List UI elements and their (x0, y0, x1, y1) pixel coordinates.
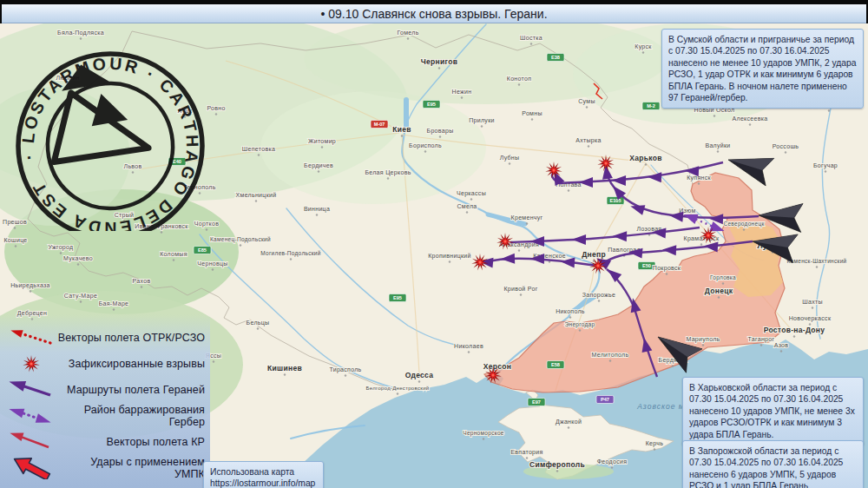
svg-text:Борисполь: Борисполь (409, 142, 442, 149)
umpk-strike-icon (7, 457, 57, 479)
road-badge: Е58 (547, 361, 564, 369)
road-badge: Е85 (194, 247, 211, 254)
svg-text:Донецк: Донецк (705, 287, 733, 295)
svg-text:Таганрог: Таганрог (748, 336, 775, 343)
svg-text:Нежин: Нежин (452, 89, 472, 95)
svg-text:Кременчуг: Кременчуг (511, 214, 543, 221)
svg-text:Мелитополь: Мелитополь (592, 352, 629, 358)
svg-text:Е95: Е95 (427, 102, 436, 107)
legend-item-label: Векторы полета ОТРК/РСЗО (57, 332, 205, 344)
svg-text:Сумы: Сумы (578, 98, 595, 105)
svg-text:Ромны: Ромны (522, 110, 542, 116)
road-badge: Е95 (389, 294, 406, 302)
svg-text:Рахов: Рахов (133, 278, 151, 284)
svg-text:Горловка: Горловка (710, 274, 736, 281)
legend-item-label: Удары с применением УМПК (57, 456, 205, 480)
svg-text:Каменец-Подольский: Каменец-Подольский (210, 236, 271, 243)
svg-text:Бровары: Бровары (427, 128, 454, 135)
svg-text:Е97: Е97 (532, 399, 541, 405)
svg-text:Шостка: Шостка (520, 35, 542, 41)
svg-text:Черновцы: Черновцы (197, 260, 227, 267)
legend-item: Векторы полета ОТРК/РСЗО (0, 325, 210, 351)
svg-text:Керчь: Керчь (646, 440, 664, 447)
attribution-label: Использована карта (210, 467, 294, 477)
svg-text:М-07: М-07 (374, 122, 385, 127)
svg-text:Киев: Киев (392, 125, 411, 134)
svg-text:Черкассы: Черкассы (457, 190, 486, 197)
legend-item: Район барражирования Гербер (0, 403, 210, 429)
svg-text:Сату-Маре: Сату-Маре (64, 293, 97, 300)
svg-text:Евпатория: Евпатория (510, 449, 542, 456)
svg-text:Кишинев: Кишинев (267, 364, 302, 373)
svg-text:М-2: М-2 (647, 103, 655, 109)
svg-text:Курск: Курск (635, 43, 652, 50)
road-badge: Е95 (423, 101, 440, 109)
screenshot-frame: • 09.10 Славянск снова взрывы. Герани. (0, 0, 868, 488)
svg-text:Шахты: Шахты (802, 299, 822, 305)
legend-item-label: Район барражирования Гербер (57, 404, 205, 428)
svg-text:Бердичев: Бердичев (304, 162, 333, 169)
kr-vector-icon (7, 431, 57, 453)
gerber-area-icon (7, 405, 57, 427)
svg-text:Новочеркасск: Новочеркасск (789, 315, 832, 322)
svg-text:Харьков: Харьков (629, 154, 661, 162)
svg-text:Ахтырка: Ахтырка (575, 137, 601, 144)
svg-text:Алексеевка: Алексеевка (733, 115, 768, 122)
svg-text:Бельцы: Бельцы (247, 320, 270, 326)
road-badge: М-2 (642, 102, 660, 110)
svg-text:Коломыя: Коломыя (160, 251, 187, 257)
svg-text:Азов: Азов (774, 342, 789, 348)
svg-text:Джанкой: Джанкой (556, 419, 582, 425)
svg-text:Е85: Е85 (198, 247, 207, 253)
svg-text:Днепр: Днепр (582, 250, 606, 259)
legend-item: Маршруты полета Гераней (0, 377, 210, 403)
svg-text:Купянск: Купянск (687, 175, 711, 181)
svg-text:Е50: Е50 (642, 263, 651, 268)
legend-item-label: Зафиксированные взрывы (57, 358, 205, 370)
svg-text:Лубны: Лубны (500, 155, 520, 162)
legend-item-label: Векторы полета КР (57, 436, 205, 448)
svg-text:Белгород-Днестровский: Белгород-Днестровский (366, 386, 430, 391)
svg-text:Северодонецк: Северодонецк (723, 221, 764, 228)
svg-text:Шепетовка: Шепетовка (242, 146, 275, 152)
svg-text:Кривой Рог: Кривой Рог (503, 286, 537, 293)
explosion-icon (7, 353, 57, 375)
attribution-url[interactable]: https://lostarmour.info/map (210, 478, 317, 488)
svg-text:Хмельницкий: Хмельницкий (236, 192, 277, 199)
slide-header: • 09.10 Славянск снова взрывы. Герани. (0, 0, 868, 23)
svg-text:Россошь: Россошь (773, 143, 799, 149)
svg-text:Запорожье: Запорожье (582, 292, 615, 299)
svg-text:Валуйки: Валуйки (705, 142, 730, 149)
legend-item-label: Маршруты полета Гераней (57, 384, 205, 396)
road-badge: М-07 (371, 121, 388, 129)
road-badge: Е105 (607, 197, 624, 205)
svg-text:Бая-Маре: Бая-Маре (99, 300, 129, 307)
svg-text:Энергодар: Энергодар (565, 321, 595, 328)
svg-text:Житомир: Житомир (308, 138, 336, 145)
svg-text:Винница: Винница (304, 206, 330, 213)
svg-text:Е105: Е105 (609, 198, 621, 203)
legend-item: Удары с применением УМПК (0, 455, 210, 481)
header-title: • 09.10 Славянск снова взрывы. Герани. (320, 7, 547, 21)
svg-text:Мариуполь: Мариуполь (686, 336, 720, 343)
infobox-zaporizhzhia: В Запорожской области за период с 07.30 … (682, 440, 864, 488)
legend-item: Зафиксированные взрывы (0, 351, 210, 377)
svg-text:Гомель: Гомель (397, 30, 418, 36)
svg-text:Ньиредьхаза: Ньиредьхаза (10, 282, 50, 289)
infobox-sumy: В Сумской области и приграничье за перио… (661, 29, 864, 109)
svg-text:Богучар: Богучар (813, 162, 838, 169)
svg-text:Е38: Е38 (551, 55, 560, 60)
svg-text:Прилуки: Прилуки (469, 117, 495, 124)
map-legend: Векторы полета ОТРК/РСЗОЗафиксированные … (0, 314, 210, 488)
svg-text:Феодосия: Феодосия (597, 458, 628, 465)
svg-text:Ростов-на-Дону: Ростов-на-Дону (764, 326, 825, 334)
svg-text:Чернигов: Чернигов (421, 57, 458, 66)
svg-text:Мукачево: Мукачево (63, 255, 93, 262)
geran-route-icon (7, 379, 57, 401)
svg-text:Конотоп: Конотоп (507, 76, 532, 82)
svg-text:Е95: Е95 (393, 295, 402, 300)
svg-text:Е58: Е58 (551, 362, 560, 367)
svg-text:Ужгород: Ужгород (48, 244, 73, 251)
svg-text:Черноморское: Черноморское (463, 430, 504, 437)
road-badge: Р47 (596, 396, 614, 404)
